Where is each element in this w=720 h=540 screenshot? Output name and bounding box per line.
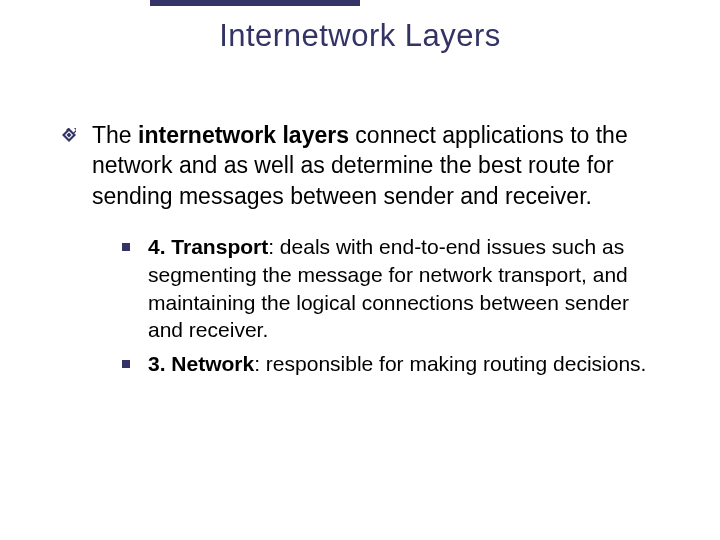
square-bullet-icon (122, 360, 130, 368)
square-bullet-icon (122, 243, 130, 251)
content-area: The internetwork layers connect applicat… (62, 120, 662, 384)
sub-text-suffix: : responsible for making routing decisio… (254, 352, 646, 375)
main-bullet-item: The internetwork layers connect applicat… (62, 120, 662, 211)
header-accent-bar (150, 0, 360, 6)
main-text-bold: internetwork layers (138, 122, 349, 148)
sub-bullet-text: 4. Transport: deals with end-to-end issu… (148, 233, 662, 344)
sub-bullet-text: 3. Network: responsible for making routi… (148, 350, 646, 378)
sub-bullet-item: 4. Transport: deals with end-to-end issu… (122, 233, 662, 344)
sub-text-bold: 3. Network (148, 352, 254, 375)
slide-title: Internetwork Layers (0, 18, 720, 54)
sub-text-bold: 4. Transport (148, 235, 268, 258)
main-text-prefix: The (92, 122, 138, 148)
diamond-bullet-icon (62, 128, 76, 142)
sub-bullet-list: 4. Transport: deals with end-to-end issu… (122, 233, 662, 378)
sub-bullet-item: 3. Network: responsible for making routi… (122, 350, 662, 378)
main-bullet-text: The internetwork layers connect applicat… (92, 120, 662, 211)
